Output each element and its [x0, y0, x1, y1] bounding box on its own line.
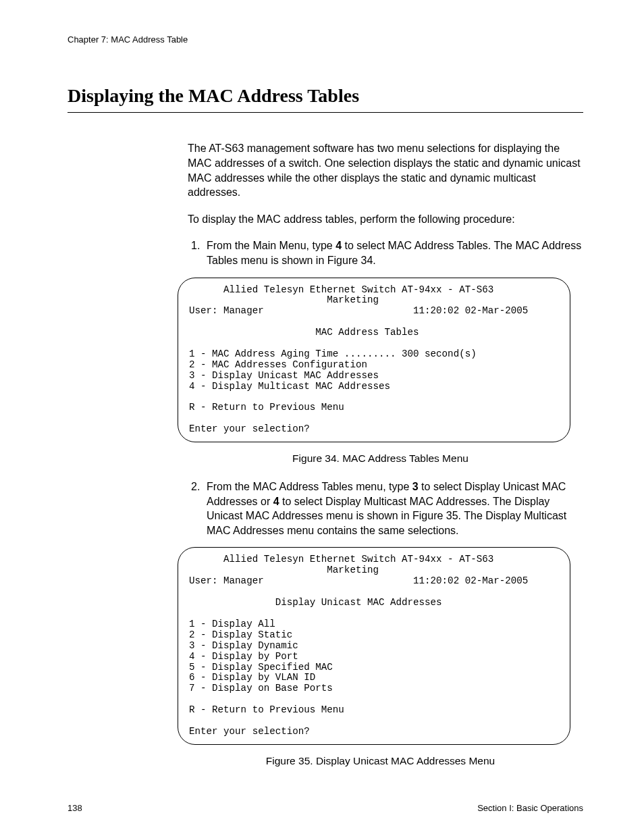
term2-opt5: 5 - Display Specified MAC [189, 662, 333, 673]
term1-prompt: Enter your selection? [189, 423, 310, 434]
term2-return: R - Return to Previous Menu [189, 704, 344, 715]
term2-sub: Marketing [189, 565, 379, 575]
intro-paragraph: The AT-S63 management software has two m… [188, 141, 583, 199]
page-title: Displaying the MAC Address Tables [68, 83, 583, 113]
term2-title: Allied Telesyn Ethernet Switch AT-94xx -… [189, 554, 493, 565]
term2-opt3: 3 - Display Dynamic [189, 640, 298, 651]
term1-sub: Marketing [189, 294, 379, 305]
step-2-text-pre: From the MAC Address Tables menu, type [207, 481, 412, 492]
terminal-figure-35: Allied Telesyn Ethernet Switch AT-94xx -… [178, 547, 583, 744]
term1-opt3: 3 - Display Unicast MAC Addresses [189, 370, 379, 381]
term2-prompt: Enter your selection? [189, 726, 310, 737]
term1-menu-title: MAC Address Tables [189, 327, 419, 338]
step-2: 2.From the MAC Address Tables menu, type… [188, 479, 583, 538]
term2-user: User: Manager 11:20:02 02-Mar-2005 [189, 575, 528, 586]
term1-title: Allied Telesyn Ethernet Switch AT-94xx -… [189, 284, 493, 295]
term1-opt4: 4 - Display Multicast MAC Addresses [189, 381, 390, 392]
figure-34-caption: Figure 34. MAC Address Tables Menu [68, 452, 583, 466]
term2-opt4: 4 - Display by Port [189, 651, 298, 662]
terminal-figure-34: Allied Telesyn Ethernet Switch AT-94xx -… [178, 278, 583, 443]
terminal-2-content: Allied Telesyn Ethernet Switch AT-94xx -… [178, 547, 570, 744]
term1-return: R - Return to Previous Menu [189, 402, 344, 413]
chapter-header: Chapter 7: MAC Address Table [68, 34, 583, 46]
step-1-bold: 4 [336, 240, 342, 251]
step-1: 1.From the Main Menu, type 4 to select M… [188, 238, 583, 267]
page-footer: 138 Section I: Basic Operations [68, 802, 583, 814]
term1-user: User: Manager 11:20:02 02-Mar-2005 [189, 305, 528, 316]
term2-opt7: 7 - Display on Base Ports [189, 683, 333, 694]
term1-opt1: 1 - MAC Address Aging Time ......... 300… [189, 348, 477, 359]
step-2-bold-1: 3 [412, 481, 419, 492]
step-1-text-pre: From the Main Menu, type [207, 240, 336, 251]
lead-paragraph: To display the MAC address tables, perfo… [188, 212, 583, 227]
term2-opt6: 6 - Display by VLAN ID [189, 672, 315, 683]
term2-menu-title: Display Unicast MAC Addresses [189, 597, 442, 608]
step-1-number: 1. [191, 238, 207, 253]
section-label: Section I: Basic Operations [477, 802, 583, 814]
page-number: 138 [68, 802, 82, 814]
term2-opt2: 2 - Display Static [189, 629, 292, 640]
step-2-number: 2. [191, 479, 207, 494]
term1-opt2: 2 - MAC Addresses Configuration [189, 359, 367, 370]
step-2-bold-2: 4 [273, 496, 279, 507]
figure-35-caption: Figure 35. Display Unicast MAC Addresses… [68, 754, 583, 768]
term2-opt1: 1 - Display All [189, 619, 275, 629]
terminal-1-content: Allied Telesyn Ethernet Switch AT-94xx -… [178, 278, 570, 443]
